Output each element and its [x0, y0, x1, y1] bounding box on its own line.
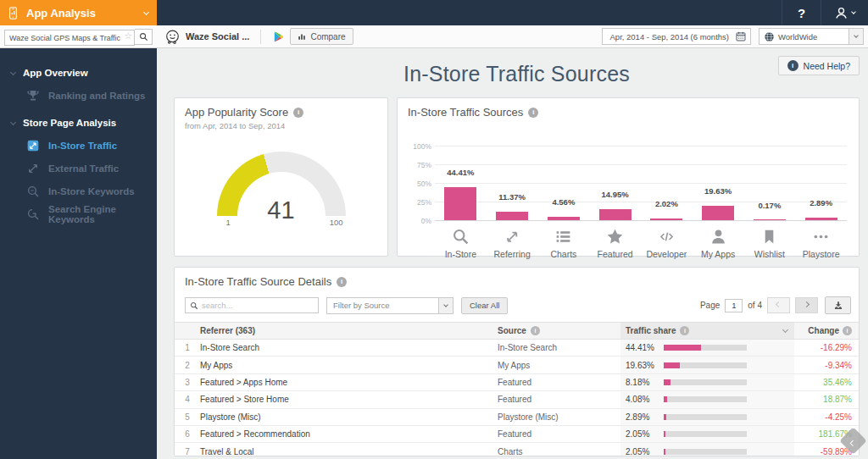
bookmark-icon	[744, 226, 796, 246]
chevron-down-icon	[851, 9, 856, 14]
external-traffic-icon	[26, 162, 40, 175]
user-menu-button[interactable]	[821, 0, 868, 25]
table-row: 4Featured > Store HomeFeatured4.08%18.87…	[175, 391, 859, 408]
traffic-share-cell: 19.63%	[620, 357, 794, 373]
gauge-min-label: 1	[226, 218, 231, 227]
instore-traffic-icon	[26, 139, 40, 152]
favorite-star-icon[interactable]: ☆	[124, 30, 132, 41]
prev-page-button[interactable]	[767, 297, 790, 313]
referrer-column-header[interactable]: Referrer (363)	[200, 326, 498, 335]
bar	[599, 209, 632, 220]
select-caret	[438, 298, 453, 313]
sidebar-group-store-page-analysis[interactable]: Store Page Analysis	[0, 112, 157, 134]
share-bar-fill	[664, 396, 667, 402]
play-store-icon[interactable]	[272, 30, 285, 43]
referrer-cell: Featured > Store Home	[200, 395, 498, 404]
category-label: Featured	[589, 249, 641, 259]
chevron-down-icon	[10, 119, 16, 124]
table-row: 3Featured > Apps HomeFeatured8.18%35.46%	[175, 374, 859, 391]
share-bar-fill	[664, 449, 665, 455]
share-bar-track	[664, 431, 747, 437]
share-value: 2.05%	[626, 429, 659, 439]
clear-all-button[interactable]: Clear All	[461, 297, 508, 314]
app-search-input[interactable]	[4, 30, 135, 46]
popularity-gauge: 41 1 100	[217, 152, 346, 224]
sidebar-item-external-traffic[interactable]: External Traffic	[0, 157, 157, 180]
y-axis-tick-label: 75%	[408, 161, 431, 169]
brand-title: App Analysis	[26, 7, 96, 19]
sidebar-item-in-store-keywords[interactable]: In-Store Keywords	[0, 180, 157, 202]
card-title: App Popularity Score	[185, 106, 288, 119]
table-body: 1In-Store SearchIn-Store Search44.41%-16…	[175, 340, 859, 456]
filter-by-source-select[interactable]: Filter by Source	[326, 297, 453, 314]
globe-icon	[764, 31, 775, 42]
source-cell: My Apps	[498, 361, 620, 370]
share-bar-fill	[664, 431, 665, 437]
traffic-share-cell: 2.05%	[620, 426, 794, 442]
help-button[interactable]: ?	[782, 0, 821, 25]
table-search-box	[185, 297, 319, 313]
table-row: 6Featured > RecommendationFeatured2.05%1…	[175, 426, 859, 443]
page-label: Page	[700, 301, 720, 310]
category-label: Developer	[641, 249, 693, 259]
bar-value-label: 11.37%	[498, 192, 526, 202]
bar	[702, 206, 734, 220]
info-icon[interactable]: i	[337, 277, 347, 287]
gauge-max-label: 100	[330, 218, 343, 227]
y-axis-tick-label: 25%	[408, 198, 431, 207]
page-title: In-Store Traffic Sources	[174, 62, 860, 86]
referrer-cell: Playstore (Misc)	[200, 412, 498, 422]
region-select[interactable]: WorldWide	[759, 28, 864, 45]
table-search-input[interactable]	[202, 301, 318, 310]
info-icon[interactable]: i	[680, 326, 689, 335]
bar	[805, 218, 837, 220]
next-page-button[interactable]	[795, 297, 818, 313]
app-popularity-score-card: App Popularity Score i from Apr, 2014 to…	[174, 97, 388, 257]
row-index: 1	[175, 343, 200, 352]
app-analysis-menu[interactable]: App Analysis	[0, 0, 157, 25]
sidebar-item-ranking-ratings[interactable]: Ranking and Ratings	[0, 84, 157, 107]
export-button[interactable]	[825, 296, 851, 314]
referrer-cell: Featured > Recommendation	[200, 429, 498, 439]
share-value: 19.63%	[626, 361, 659, 370]
sidebar-item-in-store-traffic[interactable]: In-Store Traffic	[0, 134, 157, 157]
share-bar-fill	[664, 345, 701, 351]
list-icon	[538, 226, 590, 246]
current-app: Waze Social ... Compare	[157, 28, 353, 45]
search-button[interactable]	[135, 29, 153, 45]
share-value: 2.05%	[626, 447, 659, 456]
bar-chart-icon	[298, 32, 306, 41]
sidebar-item-search-engine-keywords[interactable]: Search Engine Keywords	[0, 202, 157, 225]
share-bar-track	[664, 414, 747, 420]
change-cell: 35.46%	[794, 378, 859, 387]
info-icon[interactable]: i	[528, 108, 538, 118]
keywords-search-icon	[26, 185, 40, 198]
topbar-spacer	[157, 0, 782, 25]
row-index: 5	[175, 412, 200, 422]
traffic-share-cell: 2.89%	[620, 409, 794, 425]
category-label: In-Store	[435, 249, 487, 259]
info-icon[interactable]: i	[843, 326, 852, 335]
change-column-header[interactable]: Change i	[794, 326, 859, 335]
table-header: Referrer (363) Source i Traffic share i …	[175, 322, 859, 340]
source-column-header[interactable]: Source i	[498, 326, 620, 335]
need-help-button[interactable]: i Need Help?	[778, 56, 860, 75]
table-row: 1In-Store SearchIn-Store Search44.41%-16…	[175, 340, 859, 357]
info-icon[interactable]: i	[531, 326, 540, 335]
group-label: Store Page Analysis	[23, 118, 116, 128]
change-cell: 18.87%	[794, 395, 859, 404]
bar	[496, 212, 528, 220]
info-icon[interactable]: i	[293, 108, 303, 118]
date-range-picker[interactable]: Apr, 2014 - Sep, 2014 (6 months)	[602, 28, 751, 45]
bar-value-label: 44.41%	[447, 168, 474, 177]
page-number-input[interactable]	[725, 299, 743, 312]
sidebar-group-app-overview[interactable]: App Overview	[0, 62, 157, 84]
compare-button[interactable]: Compare	[290, 28, 353, 45]
app-search-group: ☆	[0, 29, 157, 45]
user-icon	[834, 6, 849, 20]
divider	[260, 30, 261, 44]
share-bar-track	[664, 379, 747, 385]
table-row: 5Playstore (Misc)Playstore (Misc)2.89%-4…	[175, 409, 859, 426]
info-icon: i	[787, 60, 798, 71]
traffic-share-column-header[interactable]: Traffic share i	[620, 323, 794, 339]
